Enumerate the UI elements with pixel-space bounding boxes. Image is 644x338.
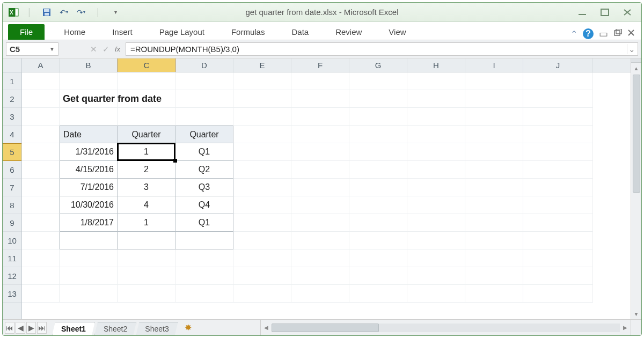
column-header-E[interactable]: E (233, 58, 291, 72)
cell-C11[interactable] (118, 249, 175, 267)
cell-D12[interactable] (175, 267, 233, 285)
cell-H6[interactable] (407, 161, 465, 179)
cell-G11[interactable] (349, 249, 407, 267)
cell-G5[interactable] (349, 143, 407, 161)
cell-J2[interactable] (523, 90, 593, 108)
cell-A7[interactable] (22, 179, 60, 196)
cell-C13[interactable] (118, 285, 175, 303)
cell-F3[interactable] (291, 108, 349, 126)
cell-C1[interactable] (118, 72, 175, 90)
cell-A9[interactable] (22, 214, 60, 232)
cell-J8[interactable] (523, 196, 593, 214)
cell-F1[interactable] (291, 72, 349, 90)
cell-I12[interactable] (465, 267, 523, 285)
tab-insert[interactable]: Insert (110, 24, 135, 40)
tab-view[interactable]: View (386, 24, 408, 40)
cell-D13[interactable] (175, 285, 233, 303)
cell-E1[interactable] (233, 72, 291, 90)
tab-formulas[interactable]: Formulas (229, 24, 267, 40)
vertical-scrollbar[interactable]: ▲ ▼ (631, 58, 641, 319)
cell-J10[interactable] (523, 232, 593, 249)
cell-I8[interactable] (465, 196, 523, 214)
cell-E10[interactable] (233, 232, 291, 249)
cell-J6[interactable] (523, 161, 593, 179)
cell-G12[interactable] (349, 267, 407, 285)
cell-J9[interactable] (523, 214, 593, 232)
scroll-left-icon[interactable]: ◀ (261, 320, 272, 335)
cell-H5[interactable] (407, 143, 465, 161)
cell-D2[interactable] (175, 90, 233, 108)
cell-D1[interactable] (175, 72, 233, 90)
cell-J3[interactable] (523, 108, 593, 126)
cell-A5[interactable] (22, 143, 60, 161)
cell-C7[interactable]: 3 (118, 179, 175, 196)
cell-E6[interactable] (233, 161, 291, 179)
sheet-tab-sheet3[interactable]: Sheet3 (136, 322, 178, 335)
cell-J4[interactable] (523, 126, 593, 143)
cell-C3[interactable] (118, 108, 175, 126)
cell-B13[interactable] (60, 285, 118, 303)
close-button[interactable] (621, 8, 634, 17)
cell-C12[interactable] (118, 267, 175, 285)
cell-B4[interactable]: Date (60, 126, 118, 143)
scroll-up-icon[interactable]: ▲ (631, 63, 641, 74)
cell-B8[interactable]: 10/30/2016 (60, 196, 118, 214)
cell-G1[interactable] (349, 72, 407, 90)
cell-H7[interactable] (407, 179, 465, 196)
scroll-down-icon[interactable]: ▼ (631, 308, 641, 319)
cell-G7[interactable] (349, 179, 407, 196)
formula-expand-icon[interactable]: ⌄ (627, 44, 636, 54)
tab-data[interactable]: Data (289, 24, 311, 40)
cell-I2[interactable] (465, 90, 523, 108)
row-header-2[interactable]: 2 (3, 90, 21, 108)
row-header-13[interactable]: 13 (3, 285, 21, 303)
column-header-B[interactable]: B (60, 58, 118, 72)
cell-J7[interactable] (523, 179, 593, 196)
column-header-H[interactable]: H (407, 58, 465, 72)
cell-A4[interactable] (22, 126, 60, 143)
hscroll-thumb[interactable] (272, 324, 379, 332)
select-all-corner[interactable] (3, 58, 21, 72)
sheet-nav-first-icon[interactable]: ⏮ (5, 322, 14, 334)
cell-F9[interactable] (291, 214, 349, 232)
cell-E8[interactable] (233, 196, 291, 214)
cell-H3[interactable] (407, 108, 465, 126)
sheet-nav-last-icon[interactable]: ⏭ (37, 322, 47, 334)
cell-A2[interactable] (22, 90, 60, 108)
vscroll-thumb[interactable] (633, 75, 640, 193)
row-header-4[interactable]: 4 (3, 126, 21, 143)
cell-B9[interactable]: 1/8/2017 (60, 214, 118, 232)
save-button[interactable] (40, 6, 53, 19)
cell-E2[interactable] (233, 90, 291, 108)
cell-D3[interactable] (175, 108, 233, 126)
formula-input[interactable]: =ROUNDUP(MONTH(B5)/3,0) ⌄ (126, 42, 638, 56)
column-header-G[interactable]: G (349, 58, 407, 72)
cell-F2[interactable] (291, 90, 349, 108)
fx-icon[interactable]: fx (115, 45, 120, 53)
cell-I4[interactable] (465, 126, 523, 143)
cell-F10[interactable] (291, 232, 349, 249)
column-header-A[interactable]: A (22, 58, 60, 72)
cell-F7[interactable] (291, 179, 349, 196)
cell-J13[interactable] (523, 285, 593, 303)
row-header-9[interactable]: 9 (3, 214, 21, 232)
cell-F13[interactable] (291, 285, 349, 303)
cell-G13[interactable] (349, 285, 407, 303)
cell-C8[interactable]: 4 (118, 196, 175, 214)
row-header-10[interactable]: 10 (3, 232, 21, 249)
cell-B6[interactable]: 4/15/2016 (60, 161, 118, 179)
cell-I11[interactable] (465, 249, 523, 267)
cell-E13[interactable] (233, 285, 291, 303)
cell-A12[interactable] (22, 267, 60, 285)
cell-I10[interactable] (465, 232, 523, 249)
cell-I3[interactable] (465, 108, 523, 126)
redo-button[interactable]: ↷▾ (75, 6, 87, 19)
cell-G10[interactable] (349, 232, 407, 249)
cell-E3[interactable] (233, 108, 291, 126)
workbook-close-icon[interactable] (627, 29, 635, 39)
cell-D6[interactable]: Q2 (175, 161, 233, 179)
name-box-dropdown-icon[interactable]: ▼ (49, 46, 55, 52)
cell-B12[interactable] (60, 267, 118, 285)
column-header-C[interactable]: C (118, 58, 175, 72)
cell-C5[interactable]: 1 (118, 143, 175, 161)
